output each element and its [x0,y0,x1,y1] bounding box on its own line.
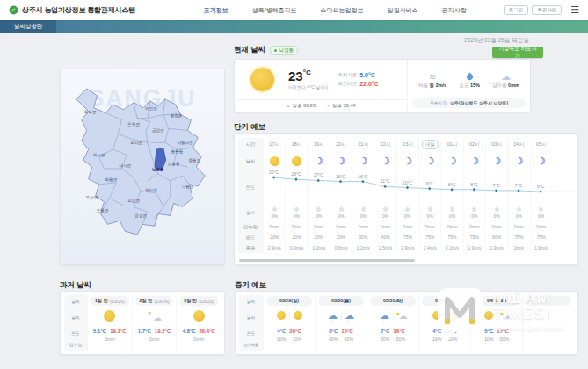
svg-text:외남면: 외남면 [127,199,140,203]
horizontal-scrollbar[interactable] [239,259,415,262]
humidity-value: 75% [464,232,485,242]
past-high-temp: 20.4°C [200,329,215,334]
weather-dashboard: 상주시 농업기상정보 통합관제시스템 조기정보 생육/병해충지도 스마트농업정보… [0,0,588,369]
mid-day-column: 03/30(월) 8°C 15°C 60% 60% [315,295,367,351]
svg-text:사벌국면: 사벌국면 [177,141,192,145]
nav-item[interactable]: 공지사항 [442,6,467,15]
nav-item[interactable]: 조기정보 [204,6,229,15]
humidity-value: 20% [309,232,330,242]
mid-low-temp: 4°C [277,329,286,334]
past-low-temp: 4.8°C [182,329,195,334]
top-header: 상주시 농업기상정보 통합관제시스템 조기정보 생육/병해충지도 스마트농업정보… [0,0,588,20]
past-day-header: 2일 전(03/24) [135,296,173,306]
mid-day-date: 03/31(화) [370,296,415,306]
precip-amount: 0mm [397,221,418,232]
precip-probability: 0% [404,213,410,219]
badge-dot-icon [274,49,277,52]
hourly-weather-icon [403,156,412,166]
mid-term-title: 중기 예보 [235,280,266,291]
min-temp-row: 최저기온5.0°C [338,72,378,78]
precip-drop-icon [449,206,455,212]
mid-term-forecast-card: 날짜 날씨 온도 강수확률 03/29(일) 4°C 20°C [235,291,578,355]
sunset-time: 18:44 [343,103,355,108]
mid-pm-pop: 60% [345,336,354,342]
humidity-value: 75% [531,232,552,242]
location-badge: 낙양동 [270,46,298,55]
hamburger-menu-icon[interactable]: ☰ [570,5,579,15]
precip-amount: 0mm [441,221,462,232]
precip-drop-icon [360,206,367,212]
humidity-value: 30% [352,232,374,242]
precip-probability: 0% [382,213,388,219]
mid-am-pop: 60% [329,336,338,342]
precip-probability: 0% [449,213,455,219]
wind-value: 1.9m/s [486,242,507,253]
tab-weather-board[interactable]: 날씨상황판 [0,20,56,33]
precip-drop-icon [516,206,522,212]
hour-label: 18시 [292,141,302,148]
mid-day-date: 04/02(목) [474,296,519,306]
mid-am-pop: 10% [484,336,494,342]
past-weather-title: 과거 날씨 [60,280,91,291]
humidity-value: 75% [508,232,529,242]
precip-amount: 0mm [531,221,552,232]
wind-value: 1.2m/s [309,242,330,253]
svg-text:8°C: 8°C [448,182,456,187]
svg-text:외서면: 외서면 [130,141,142,145]
hour-label: 01시 [447,141,458,148]
past-day-column: 2일 전(03/24) 1.7°C 19.2°C 0mm [132,295,177,351]
badge-label: 낙양동 [279,47,294,54]
svg-text:은척면: 은척면 [127,122,140,127]
mid-pm-weather-icon [345,311,354,320]
mid-low-temp: 8°C [329,329,338,334]
hourly-weather-icon [292,156,301,166]
past-day-column: 3일 전(03/23) 4.8°C 20.4°C 0mm [176,295,221,351]
svg-text:화북면: 화북면 [84,110,97,114]
precip-amount: 0mm [419,221,440,232]
nav-item[interactable]: 생육/병해충지도 [252,6,297,15]
mid-day-date: 03/30(월) [318,296,363,306]
wind-value: 0.9m/s [286,242,307,253]
sangju-district-map[interactable]: SANGJU [60,69,225,265]
mid-day-column: 03/31(화) 7°C 16°C 60% 30% [367,295,418,351]
hour-label: 05시 [536,141,547,148]
weather-stat-icon [427,71,438,82]
hour-label: 20시 [336,141,346,148]
humidity-value: 20% [264,232,285,242]
svg-text:9°C: 9°C [426,181,434,186]
precip-probability: 0% [316,213,322,219]
svg-text:중동면: 중동면 [189,158,201,163]
mid-am-weather-icon [484,311,493,320]
precip-probability: 0% [360,213,367,219]
mid-row-labels: 날짜 날씨 온도 강수확률 [239,295,263,351]
svg-text:신흥동: 신흥동 [168,162,180,166]
svg-text:6°C: 6°C [537,184,545,189]
humidity-value: 75% [397,232,418,242]
precip-probability: 0% [294,213,300,219]
mid-am-weather-icon [329,311,338,320]
past-weather-icon [149,310,160,322]
max-temp-row: 최고기온22.0°C [338,81,378,87]
weather-alert-button[interactable]: 기상특보 바로가기 [492,47,543,58]
precip-drop-icon [471,206,477,212]
sunrise-sunset-row: ▲일출 06:23 ▼일몰 18:44 [235,99,407,112]
mid-am-weather-icon [381,311,389,320]
wind-value: 1.2m/s [352,242,374,253]
login-button[interactable]: 로그인 [504,5,529,16]
main-nav: 조기정보 생육/병해충지도 스마트농업정보 알림서비스 공지사항 [204,6,467,15]
app-logo[interactable]: 상주시 농업기상정보 통합관제시스템 [9,5,135,15]
mid-pm-weather-icon [397,311,406,320]
weather-stat: 습도 15% [459,71,480,89]
svg-text:17°C: 17°C [314,172,324,177]
nav-item[interactable]: 스마트농업정보 [321,6,364,15]
mid-high-temp: 15°C [341,329,352,334]
mid-low-temp: 7°C [381,329,389,334]
weather-stat: 바람 동 2m/s [418,71,446,89]
app-title: 상주시 농업기상정보 통합관제시스템 [22,5,135,15]
precip-amount: 0mm [264,221,285,232]
forecast-row-labels: 시간 날씨 온도 강수 강수량 습도 풍속 [238,138,263,253]
past-rain-amount: 0mm [149,336,160,342]
nav-item[interactable]: 알림서비스 [388,6,418,15]
mid-am-pop: 10% [432,336,442,342]
signup-button[interactable]: 회원가입 [532,5,562,16]
